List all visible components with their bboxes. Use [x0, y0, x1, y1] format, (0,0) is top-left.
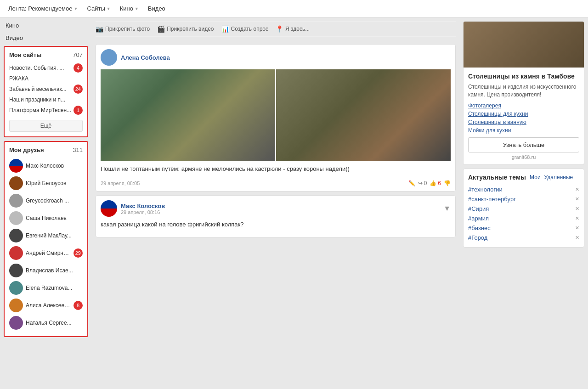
friend-item-1[interactable]: Юрий Белоусов: [9, 175, 83, 192]
my-friends-title: Мои друзья: [9, 147, 44, 153]
topic-close-0[interactable]: ✕: [575, 186, 579, 192]
kino-link[interactable]: Кино: [4, 21, 88, 30]
nav-kino-arrow: ▼: [135, 6, 139, 11]
post-text-0: Пошли не топтанным путём: армяне не мело…: [101, 165, 451, 173]
post-author-name-0[interactable]: Алена Соболева: [121, 54, 170, 61]
site-item-1[interactable]: РЖАКА: [9, 74, 83, 83]
nav-lenta-arrow: ▼: [74, 6, 78, 11]
friend-name-9: Наталья Сергее...: [26, 320, 83, 326]
dislike-reaction[interactable]: 👎: [444, 180, 451, 186]
crowd-image-right: [276, 69, 451, 161]
center-feed: 📷 Прикрепить фото 🎬 Прикрепить видео 📊 С…: [92, 17, 459, 341]
topic-tag-1: #санкт-петербург ✕: [468, 194, 579, 204]
checkin-action[interactable]: 📍 Я здесь...: [276, 25, 310, 33]
topic-text-1[interactable]: #санкт-петербург: [468, 196, 516, 203]
location-icon: 📍: [276, 25, 283, 33]
create-poll-action[interactable]: 📊 Создать опрос: [221, 25, 268, 33]
friend-item-2[interactable]: Greycockroach ...: [9, 192, 83, 209]
post-author-avatar-0: [101, 49, 117, 66]
share-reaction[interactable]: ↪ 0: [418, 180, 427, 186]
attach-video-action[interactable]: 🎬 Прикрепить видео: [157, 25, 214, 33]
site-item-0[interactable]: Новости. События. ... 4: [9, 62, 83, 74]
dislike-icon: 👎: [444, 180, 451, 186]
post-text-1: какая разница какой на голове фригийский…: [101, 220, 451, 229]
ad-link-1[interactable]: Столешницы для кухни: [468, 111, 579, 117]
post-timestamp-0: 29 апреля, 08:05: [101, 180, 140, 186]
site-item-2[interactable]: Забавный весельчак... 24: [9, 83, 83, 95]
friend-item-5[interactable]: Андрей Смирнов... 29: [9, 244, 83, 262]
my-sites-title: Мои сайты: [9, 51, 41, 58]
topic-close-4[interactable]: ✕: [575, 225, 579, 231]
site-item-4[interactable]: Платформа МирТесен... 1: [9, 104, 83, 116]
topics-card: Актуальные темы Мои Удаленные #технологи…: [463, 169, 584, 248]
nav-lenta[interactable]: Лента: Рекомендуемое ▼: [5, 0, 81, 17]
my-friends-count: 311: [73, 147, 83, 153]
friend-item-9[interactable]: Наталья Сергее...: [9, 314, 83, 332]
friend-avatar-0: [9, 159, 23, 173]
nav-lenta-label: Лента: Рекомендуемое: [8, 5, 73, 12]
top-navigation: Лента: Рекомендуемое ▼ Сайты ▼ Кино ▼ Ви…: [0, 0, 588, 17]
ad-button[interactable]: Узнать больше: [468, 137, 579, 152]
my-friends-header: Мои друзья 311: [9, 147, 83, 153]
edit-icon: ✏️: [408, 180, 415, 186]
post-card-1: Макс Колосков 29 апреля, 08:16 ▼ какая р…: [96, 195, 456, 237]
topic-text-0[interactable]: #технологии: [468, 186, 503, 193]
friend-badge-8: 8: [74, 301, 83, 310]
site-item-badge-4: 1: [74, 106, 83, 115]
post-card-0: Алена Соболева Пошли не топтанным путём:…: [96, 44, 456, 192]
friend-item-4[interactable]: Евгений МакЛау...: [9, 227, 83, 244]
nav-kino[interactable]: Кино ▼: [116, 0, 142, 17]
topic-text-5[interactable]: #Город: [468, 234, 487, 241]
ad-link-0[interactable]: Фотогалерея: [468, 102, 579, 109]
topic-tag-5: #Город ✕: [468, 233, 579, 242]
topic-text-2[interactable]: #Сирия: [468, 205, 489, 212]
topic-close-5[interactable]: ✕: [575, 235, 579, 241]
nav-video-label: Видео: [148, 5, 165, 12]
sites-more-label: Ещё: [40, 123, 52, 129]
friend-item-0[interactable]: Макс Колосков: [9, 157, 83, 175]
friend-avatar-6: [9, 264, 23, 277]
like-icon: 👍: [430, 180, 436, 186]
friend-item-6[interactable]: Владислав Исае...: [9, 262, 83, 279]
topic-close-3[interactable]: ✕: [575, 215, 579, 221]
attach-photo-action[interactable]: 📷 Прикрепить фото: [96, 25, 150, 33]
topic-text-4[interactable]: #бизнес: [468, 225, 491, 231]
nav-video[interactable]: Видео: [144, 0, 169, 17]
nav-saity-label: Сайты: [87, 5, 105, 12]
post-author-name-1[interactable]: Макс Колосков: [121, 203, 165, 209]
friend-avatar-2: [9, 194, 23, 208]
my-sites-header: Мои сайты 707: [9, 51, 83, 58]
friend-name-7: Elena Razumova...: [26, 285, 83, 291]
site-item-label-4: Платформа МирТесен...: [9, 107, 71, 113]
share-icon: ↪: [418, 180, 423, 186]
site-item-label-1: РЖАКА: [9, 75, 28, 82]
nav-saity[interactable]: Сайты ▼: [83, 0, 114, 17]
topics-my-link[interactable]: Мои: [530, 174, 541, 180]
site-item-3[interactable]: Наши праздники и п...: [9, 95, 83, 104]
ad-link-3[interactable]: Мойки для кухни: [468, 127, 579, 134]
friend-item-8[interactable]: Алиса Алексеев... 8: [9, 297, 83, 314]
video-link[interactable]: Видео: [4, 34, 88, 42]
site-item-label-3: Наши праздники и п...: [9, 96, 65, 103]
my-sites-count: 707: [73, 51, 83, 58]
topic-close-1[interactable]: ✕: [575, 196, 579, 202]
friend-name-3: Саша Николаев: [26, 215, 83, 221]
post-header-1: Макс Колосков 29 апреля, 08:16 ▼: [101, 200, 451, 217]
site-item-label-0: Новости. События. ...: [9, 65, 64, 71]
friend-item-7[interactable]: Elena Razumova...: [9, 279, 83, 297]
topic-text-3[interactable]: #армия: [468, 215, 489, 222]
poll-icon: 📊: [221, 25, 229, 33]
topics-deleted-link[interactable]: Удаленные: [544, 174, 573, 180]
sites-more-button[interactable]: Ещё: [9, 120, 83, 132]
like-reaction[interactable]: 👍 6: [430, 180, 441, 186]
friend-item-3[interactable]: Саша Николаев: [9, 209, 83, 227]
post-image-right: [276, 69, 451, 161]
post-chevron-1[interactable]: ▼: [443, 204, 451, 213]
crowd-image-left: [101, 69, 275, 161]
friend-avatar-7: [9, 281, 23, 295]
edit-reaction[interactable]: ✏️: [408, 180, 415, 186]
ad-link-2[interactable]: Столешницы в ванную: [468, 119, 579, 125]
topic-close-2[interactable]: ✕: [575, 206, 579, 212]
topic-tag-0: #технологии ✕: [468, 185, 579, 194]
post-author-date-1: 29 апреля, 08:16: [121, 209, 165, 215]
